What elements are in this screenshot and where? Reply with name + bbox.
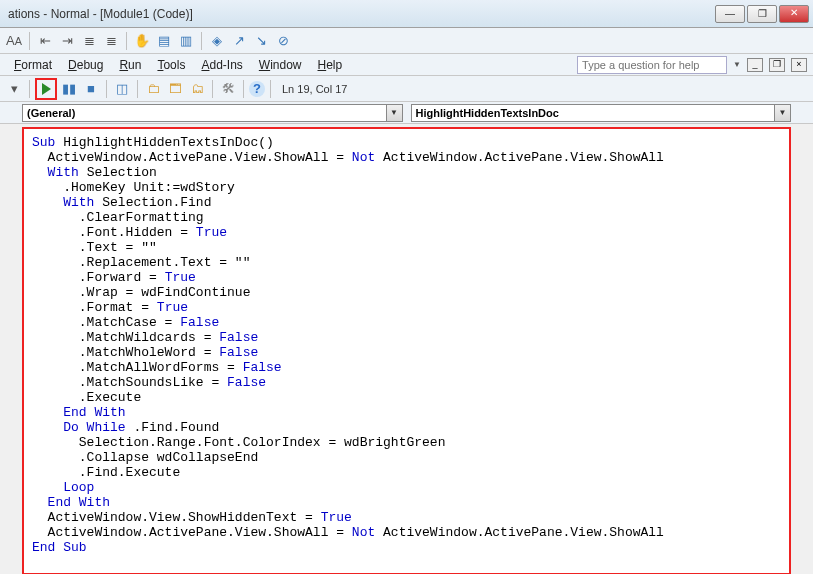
indent-icon[interactable]: ⇥: [57, 31, 77, 51]
next-bookmark-icon[interactable]: ↗: [229, 31, 249, 51]
object-combo[interactable]: (General) ▼: [22, 104, 403, 122]
procedure-combo[interactable]: HighlightHiddenTextsInDoc ▼: [411, 104, 792, 122]
code-content[interactable]: Sub HighlightHiddenTextsInDoc() ActiveWi…: [24, 129, 789, 561]
list-indent-icon[interactable]: ≣: [79, 31, 99, 51]
dropdown-toolbar-icon[interactable]: ▾: [4, 79, 24, 99]
play-icon: [42, 83, 51, 95]
list-outdent-icon[interactable]: ≣: [101, 31, 121, 51]
window-title: ations - Normal - [Module1 (Code)]: [8, 7, 715, 21]
code-navigator: (General) ▼ HighlightHiddenTextsInDoc ▼: [0, 102, 813, 124]
project-explorer-icon[interactable]: 🗀: [143, 79, 163, 99]
procedure-combo-value: HighlightHiddenTextsInDoc: [416, 107, 559, 119]
code-editor[interactable]: Sub HighlightHiddenTextsInDoc() ActiveWi…: [22, 127, 791, 574]
menu-window[interactable]: Window: [251, 56, 310, 74]
minimize-button[interactable]: —: [715, 5, 745, 23]
bookmark-icon[interactable]: ◈: [207, 31, 227, 51]
menu-run[interactable]: Run: [111, 56, 149, 74]
help-search-input[interactable]: [577, 56, 727, 74]
toolbox-icon[interactable]: 🛠: [218, 79, 238, 99]
prev-bookmark-icon[interactable]: ↘: [251, 31, 271, 51]
mdi-restore-button[interactable]: ❐: [769, 58, 785, 72]
font-size-icon[interactable]: AA: [4, 31, 24, 51]
mdi-minimize-button[interactable]: _: [747, 58, 763, 72]
titlebar: ations - Normal - [Module1 (Code)] — ❐ ✕: [0, 0, 813, 28]
hand-icon[interactable]: ✋: [132, 31, 152, 51]
object-browser-icon[interactable]: 🗂: [187, 79, 207, 99]
menu-tools[interactable]: Tools: [149, 56, 193, 74]
cursor-position: Ln 19, Col 17: [282, 83, 347, 95]
maximize-button[interactable]: ❐: [747, 5, 777, 23]
properties-icon[interactable]: 🗔: [165, 79, 185, 99]
design-mode-icon[interactable]: ◫: [112, 79, 132, 99]
stop-button[interactable]: ■: [81, 79, 101, 99]
uncomment-icon[interactable]: ▥: [176, 31, 196, 51]
menu-addins[interactable]: Add-Ins: [193, 56, 250, 74]
run-button[interactable]: [35, 78, 57, 100]
edit-toolbar: AA ⇤ ⇥ ≣ ≣ ✋ ▤ ▥ ◈ ↗ ↘ ⊘: [0, 28, 813, 54]
help-icon[interactable]: ?: [249, 81, 265, 97]
menubar: Format Debug Run Tools Add-Ins Window He…: [0, 54, 813, 76]
standard-toolbar: ▾ ▮▮ ■ ◫ 🗀 🗔 🗂 🛠 ? Ln 19, Col 17: [0, 76, 813, 102]
pause-button[interactable]: ▮▮: [59, 79, 79, 99]
object-combo-value: (General): [27, 107, 75, 119]
mdi-close-button[interactable]: ×: [791, 58, 807, 72]
close-button[interactable]: ✕: [779, 5, 809, 23]
outdent-icon[interactable]: ⇤: [35, 31, 55, 51]
help-dropdown-icon[interactable]: ▼: [733, 60, 741, 69]
comment-icon[interactable]: ▤: [154, 31, 174, 51]
chevron-down-icon: ▼: [774, 105, 790, 121]
menu-help[interactable]: Help: [310, 56, 351, 74]
menu-format[interactable]: Format: [6, 56, 60, 74]
chevron-down-icon: ▼: [386, 105, 402, 121]
menu-debug[interactable]: Debug: [60, 56, 111, 74]
clear-bookmarks-icon[interactable]: ⊘: [273, 31, 293, 51]
